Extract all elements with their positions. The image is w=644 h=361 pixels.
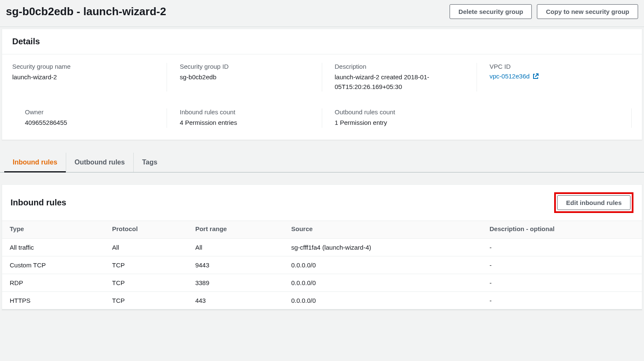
tab-outbound-rules[interactable]: Outbound rules	[66, 153, 134, 172]
cell-source: 0.0.0.0/0	[283, 274, 482, 291]
tab-tags[interactable]: Tags	[134, 153, 166, 172]
detail-inbound-count: Inbound rules count 4 Permission entries	[167, 108, 322, 128]
cell-protocol: TCP	[105, 256, 188, 274]
cell-source: 0.0.0.0/0	[283, 256, 482, 274]
copy-security-group-button[interactable]: Copy to new security group	[537, 4, 638, 19]
col-source[interactable]: Source	[283, 221, 482, 238]
detail-label: Owner	[25, 108, 154, 116]
cell-port: 443	[188, 291, 284, 309]
detail-empty	[477, 108, 632, 128]
tab-inbound-rules[interactable]: Inbound rules	[4, 153, 66, 172]
page-title: sg-b0cb2edb - launch-wizard-2	[6, 5, 166, 18]
detail-value: 1 Permission entry	[335, 118, 464, 128]
col-protocol[interactable]: Protocol	[105, 221, 188, 238]
details-grid: Security group name launch-wizard-2 Secu…	[2, 54, 642, 140]
detail-label: Security group name	[12, 63, 154, 70]
col-type[interactable]: Type	[2, 221, 105, 238]
details-panel-header: Details	[2, 29, 642, 54]
external-link-icon	[532, 73, 539, 80]
cell-desc: -	[482, 291, 642, 309]
cell-port: 9443	[188, 256, 284, 274]
details-panel: Details Security group name launch-wizar…	[2, 29, 642, 140]
cell-port: 3389	[188, 274, 284, 291]
detail-id: Security group ID sg-b0cb2edb	[167, 63, 322, 92]
cell-desc: -	[482, 238, 642, 256]
detail-label: VPC ID	[490, 63, 619, 70]
cell-desc: -	[482, 256, 642, 274]
table-header-row: Type Protocol Port range Source Descript…	[2, 221, 642, 238]
detail-label: Security group ID	[180, 63, 309, 70]
details-title: Details	[12, 37, 632, 46]
page-header: sg-b0cb2edb - launch-wizard-2 Delete sec…	[0, 0, 644, 27]
detail-owner: Owner 409655286455	[12, 108, 167, 128]
cell-source: sg-cfff1fa4 (launch-wizard-4)	[283, 238, 482, 256]
vpc-link-text: vpc-0512e36d	[490, 73, 530, 80]
tabs-bar: Inbound rules Outbound rules Tags	[0, 153, 644, 172]
rules-title: Inbound rules	[11, 198, 66, 207]
cell-protocol: TCP	[105, 274, 188, 291]
cell-protocol: All	[105, 238, 188, 256]
table-row[interactable]: RDPTCP33890.0.0.0/0-	[2, 274, 642, 291]
detail-value: launch-wizard-2 created 2018-01-05T15:20…	[335, 73, 464, 92]
spacer	[12, 92, 632, 108]
detail-value: launch-wizard-2	[12, 73, 154, 82]
detail-name: Security group name launch-wizard-2	[12, 63, 167, 92]
header-actions: Delete security group Copy to new securi…	[450, 4, 638, 19]
detail-value: sg-b0cb2edb	[180, 73, 309, 82]
detail-vpc: VPC ID vpc-0512e36d	[477, 63, 632, 92]
cell-port: All	[188, 238, 284, 256]
col-desc[interactable]: Description - optional	[482, 221, 642, 238]
cell-type: All traffic	[2, 238, 105, 256]
detail-label: Description	[335, 63, 464, 70]
cell-type: HTTPS	[2, 291, 105, 309]
table-row[interactable]: HTTPSTCP4430.0.0.0/0-	[2, 291, 642, 309]
detail-description: Description launch-wizard-2 created 2018…	[322, 63, 477, 92]
delete-security-group-button[interactable]: Delete security group	[450, 4, 532, 19]
edit-inbound-rules-button[interactable]: Edit inbound rules	[557, 195, 631, 210]
cell-protocol: TCP	[105, 291, 188, 309]
detail-outbound-count: Outbound rules count 1 Permission entry	[322, 108, 477, 128]
inbound-rules-table: Type Protocol Port range Source Descript…	[2, 221, 642, 310]
cell-type: RDP	[2, 274, 105, 291]
table-row[interactable]: Custom TCPTCP94430.0.0.0/0-	[2, 256, 642, 274]
col-port[interactable]: Port range	[188, 221, 284, 238]
cell-desc: -	[482, 274, 642, 291]
table-row[interactable]: All trafficAllAllsg-cfff1fa4 (launch-wiz…	[2, 238, 642, 256]
detail-value: 409655286455	[25, 118, 154, 128]
rules-header: Inbound rules Edit inbound rules	[2, 185, 642, 221]
detail-label: Outbound rules count	[335, 108, 464, 116]
cell-type: Custom TCP	[2, 256, 105, 274]
detail-value: 4 Permission entries	[180, 118, 309, 128]
vpc-link[interactable]: vpc-0512e36d	[490, 73, 539, 80]
detail-label: Inbound rules count	[180, 108, 309, 116]
edit-highlight: Edit inbound rules	[554, 192, 633, 213]
cell-source: 0.0.0.0/0	[283, 291, 482, 309]
inbound-rules-panel: Inbound rules Edit inbound rules Type Pr…	[2, 184, 642, 310]
